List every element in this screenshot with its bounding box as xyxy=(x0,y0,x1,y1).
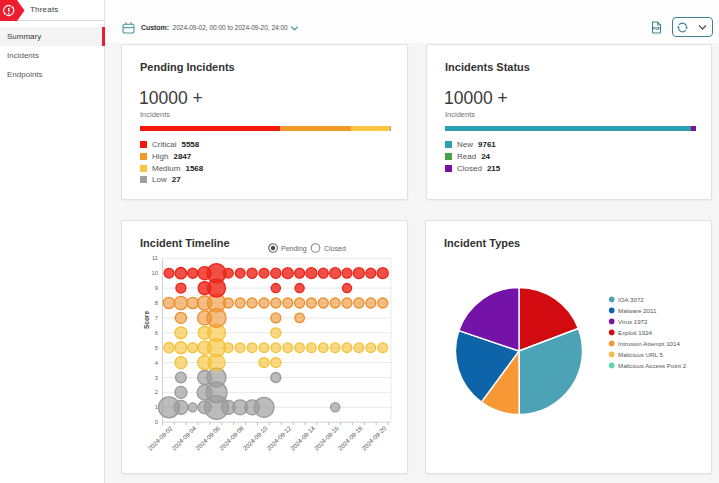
svg-text:1: 1 xyxy=(155,404,158,410)
svg-text:11: 11 xyxy=(152,255,158,261)
svg-text:9: 9 xyxy=(155,285,158,291)
svg-text:Malicious URL 5: Malicious URL 5 xyxy=(618,351,663,358)
svg-text:10: 10 xyxy=(152,270,158,276)
svg-text:6: 6 xyxy=(155,330,158,336)
svg-text:5: 5 xyxy=(155,345,158,351)
svg-text:Malware 2011: Malware 2011 xyxy=(618,307,657,314)
svg-text:Malicious Access Point 2: Malicious Access Point 2 xyxy=(618,362,687,369)
svg-text:Exploit 1924: Exploit 1924 xyxy=(618,329,653,336)
svg-text:2: 2 xyxy=(155,389,158,395)
svg-text:IOA 3072: IOA 3072 xyxy=(618,296,644,303)
svg-text:7: 7 xyxy=(155,315,158,321)
svg-text:Intrusion Attempt 1014: Intrusion Attempt 1014 xyxy=(618,340,680,347)
svg-text:3: 3 xyxy=(155,375,158,381)
svg-text:PDF: PDF xyxy=(653,27,661,31)
svg-text:Virus 1972: Virus 1972 xyxy=(618,318,648,325)
svg-text:2024-09-20: 2024-09-20 xyxy=(360,424,388,452)
svg-text:0: 0 xyxy=(155,419,158,425)
svg-text:4: 4 xyxy=(155,360,159,366)
svg-text:8: 8 xyxy=(155,300,158,306)
svg-text:Score: Score xyxy=(143,311,150,329)
